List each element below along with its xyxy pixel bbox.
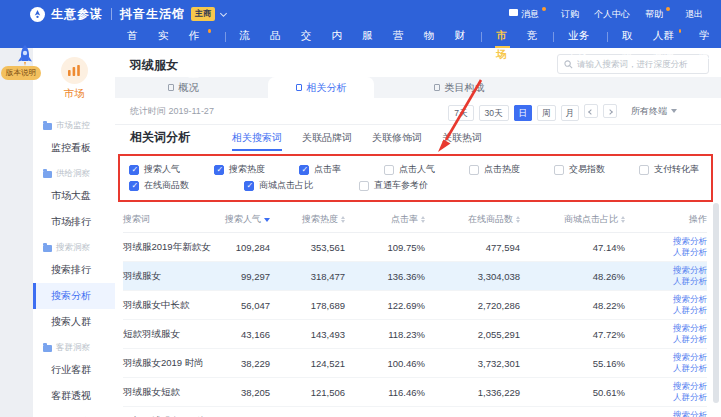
action-link-audience[interactable]: 人群分析 — [673, 334, 707, 345]
checkbox-icon[interactable] — [469, 165, 479, 175]
nav-item[interactable]: 物流 — [415, 26, 446, 48]
table-row[interactable]: 羽绒服女短款38,205121,506116.46%1,336,22950.61… — [123, 378, 707, 407]
sidebar-group[interactable]: 客群洞察 — [33, 335, 115, 357]
metric-checkbox[interactable]: 搜索人气 — [129, 163, 214, 176]
metric-checkbox[interactable]: 点击率 — [299, 163, 384, 176]
action-link-audience[interactable]: 人群分析 — [673, 247, 707, 258]
chevron-down-icon[interactable] — [220, 9, 227, 16]
sidebar-group[interactable]: 机会洞察 — [33, 409, 115, 417]
action-link-search[interactable]: 搜索分析 — [673, 294, 707, 305]
action-link-search[interactable]: 搜索分析 — [673, 410, 707, 417]
prev-button[interactable] — [584, 104, 598, 119]
sidebar-item-active[interactable]: 搜索分析 — [33, 283, 115, 309]
checkbox-icon[interactable] — [384, 165, 394, 175]
action-link-search[interactable]: 搜索分析 — [673, 265, 707, 276]
sidebar-item[interactable]: 市场排行 — [33, 209, 115, 235]
subtab[interactable]: 关联修饰词 — [372, 131, 422, 151]
checkbox-icon[interactable] — [639, 165, 649, 175]
next-button[interactable] — [603, 104, 617, 119]
sidebar-item[interactable]: 市场大盘 — [33, 183, 115, 209]
checkbox-icon[interactable] — [214, 165, 224, 175]
nav-item[interactable]: 业务专区 — [559, 26, 602, 48]
metric-checkbox[interactable]: 直通车参考价 — [359, 179, 474, 192]
action-link-search[interactable]: 搜索分析 — [673, 352, 707, 363]
table-header-cell[interactable]: 搜索热度 — [270, 213, 345, 226]
metric-checkbox[interactable]: 点击人气 — [384, 163, 469, 176]
subtab[interactable]: 关联热词 — [442, 131, 482, 151]
nav-item[interactable]: 作战室 — [180, 26, 220, 48]
nav-item[interactable]: 首页 — [118, 26, 149, 48]
sidebar-item[interactable]: 监控看板 — [33, 135, 115, 161]
nav-item-active[interactable]: 市场 — [487, 26, 518, 48]
nav-item[interactable]: 营销 — [384, 26, 415, 48]
table-header-cell[interactable]: 在线商品数 — [425, 213, 520, 226]
sidebar-item[interactable]: 搜索排行 — [33, 257, 115, 283]
table-row[interactable]: 短款羽绒服女43,166143,493118.23%2,055,29147.72… — [123, 320, 707, 349]
metric-checkbox[interactable]: 支付转化率 — [639, 163, 721, 176]
utility-link[interactable]: 消息 — [509, 8, 546, 21]
action-link-search[interactable]: 搜索分析 — [673, 381, 707, 392]
nav-item[interactable]: 流量 — [230, 26, 261, 48]
action-link-audience[interactable]: 人群分析 — [673, 276, 707, 287]
utility-link[interactable]: 帮助 — [645, 8, 670, 21]
metric-checkbox[interactable]: 交易指数 — [554, 163, 639, 176]
table-header-cell[interactable]: 搜索词 — [123, 213, 211, 226]
sidebar-group[interactable]: 搜索洞察 — [33, 235, 115, 257]
search-input[interactable] — [577, 59, 702, 69]
sidebar-item[interactable]: 搜索人群 — [33, 309, 115, 335]
quick-range-button[interactable]: 7天 — [448, 105, 473, 121]
granularity-button-active[interactable]: 日 — [514, 105, 533, 121]
utility-link[interactable]: 退出 — [685, 8, 703, 21]
utility-link[interactable]: 订购 — [561, 8, 579, 21]
nav-item[interactable]: 财务 — [446, 26, 477, 48]
action-link-search[interactable]: 搜索分析 — [673, 236, 707, 247]
tab-active[interactable]: 相关分析 — [268, 77, 374, 98]
terminal-dropdown[interactable]: 所有终端 — [631, 105, 677, 118]
table-row[interactable]: 羽绒服女中长款56,047178,689122.69%2,720,28648.2… — [123, 291, 707, 320]
metric-checkbox[interactable]: 商城点击占比 — [244, 179, 359, 192]
granularity-button[interactable]: 月 — [561, 105, 580, 121]
table-header-cell[interactable]: 点击率 — [345, 213, 425, 226]
utility-link[interactable]: 个人中心 — [594, 8, 630, 21]
sidebar-item[interactable]: 行业客群 — [33, 357, 115, 383]
metric-checkbox[interactable]: 搜索热度 — [214, 163, 299, 176]
sidebar-item[interactable]: 客群透视 — [33, 383, 115, 409]
nav-item[interactable]: 服务 — [353, 26, 384, 48]
checkbox-icon[interactable] — [554, 165, 564, 175]
checkbox-icon[interactable] — [129, 181, 139, 191]
table-row[interactable]: 网红羽绒服女 ins 潮37,58898,83188.79%2,36645.62… — [123, 407, 707, 417]
subtab[interactable]: 关联品牌词 — [302, 131, 352, 151]
nav-item[interactable]: 竞争 — [518, 26, 549, 48]
action-link-audience[interactable]: 人群分析 — [673, 363, 707, 374]
nav-item[interactable]: 内容 — [323, 26, 354, 48]
granularity-button[interactable]: 周 — [537, 105, 556, 121]
nav-item[interactable]: 取数 — [613, 26, 644, 48]
action-link-search[interactable]: 搜索分析 — [673, 323, 707, 334]
rocket-icon[interactable] — [14, 44, 36, 74]
tab[interactable]: 概况 — [130, 77, 236, 98]
checkbox-icon[interactable] — [359, 181, 369, 191]
action-link-audience[interactable]: 人群分析 — [673, 392, 707, 403]
table-header-cell[interactable]: 商城点击占比 — [520, 213, 625, 226]
table-header-cell[interactable]: 搜索人气 — [211, 213, 270, 226]
nav-item[interactable]: 交易 — [292, 26, 323, 48]
sidebar-group[interactable]: 供给洞察 — [33, 161, 115, 183]
market-module-icon[interactable] — [61, 57, 88, 84]
tab[interactable]: 类目构成 — [406, 77, 512, 98]
sidebar-group[interactable]: 市场监控 — [33, 113, 115, 135]
checkbox-icon[interactable] — [299, 165, 309, 175]
scrollbar-thumb[interactable] — [713, 203, 719, 403]
table-row[interactable]: 羽绒服女2019 时尚38,229124,521100.46%3,732,301… — [123, 349, 707, 378]
table-header-cell[interactable]: 操作 — [625, 213, 707, 226]
metric-checkbox[interactable]: 点击热度 — [469, 163, 554, 176]
table-row[interactable]: 羽绒服女99,297318,477136.36%3,304,03848.26%搜… — [123, 262, 707, 291]
nav-item[interactable]: 学院 — [690, 26, 721, 48]
table-row[interactable]: 羽绒服2019年新款女109,284353,561109.75%477,5944… — [123, 233, 707, 262]
nav-item[interactable]: 人群管理 — [644, 26, 691, 48]
metric-checkbox[interactable]: 在线商品数 — [129, 179, 244, 192]
subtab-active[interactable]: 相关搜索词 — [232, 131, 282, 151]
nav-item[interactable]: 实时 — [149, 26, 180, 48]
nav-item[interactable]: 品类 — [261, 26, 292, 48]
checkbox-icon[interactable] — [129, 165, 139, 175]
checkbox-icon[interactable] — [244, 181, 254, 191]
